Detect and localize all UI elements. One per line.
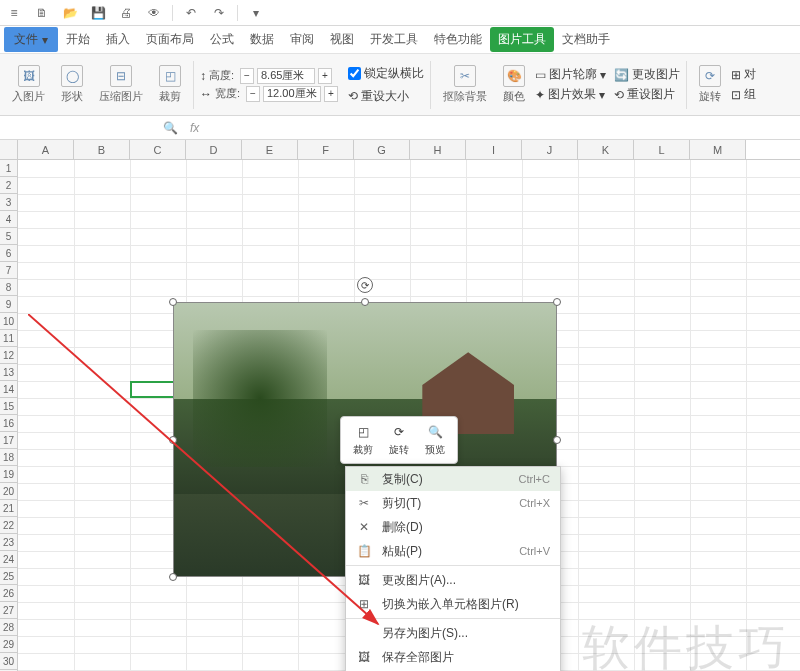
width-input[interactable]: 12.00厘米 [263, 86, 321, 102]
tab-formula[interactable]: 公式 [202, 27, 242, 52]
row-header-19[interactable]: 19 [0, 466, 18, 483]
col-header-K[interactable]: K [578, 140, 634, 159]
col-header-H[interactable]: H [410, 140, 466, 159]
row-header-8[interactable]: 8 [0, 279, 18, 296]
height-minus[interactable]: − [240, 68, 254, 84]
col-header-J[interactable]: J [522, 140, 578, 159]
dropdown-icon[interactable]: ▾ [246, 3, 266, 23]
col-header-C[interactable]: C [130, 140, 186, 159]
col-header-F[interactable]: F [298, 140, 354, 159]
ctx-item[interactable]: ⎘复制(C)Ctrl+C [346, 467, 560, 491]
insert-picture-group[interactable]: 🖼入图片 [6, 57, 51, 113]
resize-handle-n[interactable] [361, 298, 369, 306]
row-header-13[interactable]: 13 [0, 364, 18, 381]
open-icon[interactable]: 📂 [60, 3, 80, 23]
preview-icon[interactable]: 👁 [144, 3, 164, 23]
row-header-15[interactable]: 15 [0, 398, 18, 415]
tab-view[interactable]: 视图 [322, 27, 362, 52]
height-plus[interactable]: + [318, 68, 332, 84]
row-header-14[interactable]: 14 [0, 381, 18, 398]
row-header-28[interactable]: 28 [0, 619, 18, 636]
new-icon[interactable]: 🗎 [32, 3, 52, 23]
row-header-17[interactable]: 17 [0, 432, 18, 449]
reset-size-button[interactable]: ⟲重设大小 [348, 88, 424, 105]
tab-special[interactable]: 特色功能 [426, 27, 490, 52]
ctx-item[interactable]: 🖼更改图片(A)... [346, 568, 560, 592]
row-header-16[interactable]: 16 [0, 415, 18, 432]
row-header-27[interactable]: 27 [0, 602, 18, 619]
row-header-29[interactable]: 29 [0, 636, 18, 653]
float-crop-button[interactable]: ◰裁剪 [345, 421, 381, 459]
ctx-item[interactable]: ✕删除(D) [346, 515, 560, 539]
resize-handle-ne[interactable] [553, 298, 561, 306]
ctx-item[interactable]: ✂剪切(T)Ctrl+X [346, 491, 560, 515]
spreadsheet-grid[interactable]: ABCDEFGHIJKLM 12345678910111213141516171… [0, 140, 800, 671]
row-header-22[interactable]: 22 [0, 517, 18, 534]
effect-button[interactable]: ✦图片效果▾ [535, 86, 606, 103]
row-header-25[interactable]: 25 [0, 568, 18, 585]
tab-insert[interactable]: 插入 [98, 27, 138, 52]
resize-handle-nw[interactable] [169, 298, 177, 306]
col-header-L[interactable]: L [634, 140, 690, 159]
col-header-I[interactable]: I [466, 140, 522, 159]
resize-handle-sw[interactable] [169, 573, 177, 581]
tab-home[interactable]: 开始 [58, 27, 98, 52]
resize-handle-w[interactable] [169, 436, 177, 444]
tab-doc-helper[interactable]: 文档助手 [554, 27, 618, 52]
tab-dev[interactable]: 开发工具 [362, 27, 426, 52]
row-header-30[interactable]: 30 [0, 653, 18, 670]
tab-review[interactable]: 审阅 [282, 27, 322, 52]
lock-ratio-checkbox[interactable]: 锁定纵横比 [348, 65, 424, 82]
ctx-item[interactable]: 另存为图片(S)... [346, 621, 560, 645]
float-preview-button[interactable]: 🔍预览 [417, 421, 453, 459]
ctx-item[interactable]: 🖼保存全部图片 [346, 645, 560, 669]
app-menu-icon[interactable]: ≡ [4, 3, 24, 23]
fx-label[interactable]: fx [190, 121, 199, 135]
col-header-A[interactable]: A [18, 140, 74, 159]
save-icon[interactable]: 💾 [88, 3, 108, 23]
row-header-18[interactable]: 18 [0, 449, 18, 466]
crop-group[interactable]: ◰裁剪 [153, 57, 187, 113]
undo-icon[interactable]: ↶ [181, 3, 201, 23]
tab-data[interactable]: 数据 [242, 27, 282, 52]
shape-group[interactable]: ◯形状 [55, 57, 89, 113]
rotate-handle[interactable]: ⟳ [357, 277, 373, 293]
width-minus[interactable]: − [246, 86, 260, 102]
row-header-10[interactable]: 10 [0, 313, 18, 330]
row-header-6[interactable]: 6 [0, 245, 18, 262]
print-icon[interactable]: 🖨 [116, 3, 136, 23]
row-header-5[interactable]: 5 [0, 228, 18, 245]
row-header-7[interactable]: 7 [0, 262, 18, 279]
row-header-23[interactable]: 23 [0, 534, 18, 551]
file-menu[interactable]: 文件▾ [4, 27, 58, 52]
col-header-D[interactable]: D [186, 140, 242, 159]
col-header-G[interactable]: G [354, 140, 410, 159]
col-header-M[interactable]: M [690, 140, 746, 159]
row-header-21[interactable]: 21 [0, 500, 18, 517]
row-header-2[interactable]: 2 [0, 177, 18, 194]
ctx-item[interactable]: ⊞切换为嵌入单元格图片(R) [346, 592, 560, 616]
row-header-24[interactable]: 24 [0, 551, 18, 568]
align-button[interactable]: ⊞对 [731, 66, 756, 83]
row-header-1[interactable]: 1 [0, 160, 18, 177]
color-group[interactable]: 🎨颜色 [497, 57, 531, 113]
height-input[interactable]: 8.65厘米 [257, 68, 315, 84]
width-plus[interactable]: + [324, 86, 338, 102]
remove-bg-group[interactable]: ✂抠除背景 [437, 57, 493, 113]
outline-button[interactable]: ▭图片轮廓▾ [535, 66, 606, 83]
float-rotate-button[interactable]: ⟳旋转 [381, 421, 417, 459]
compress-group[interactable]: ⊟压缩图片 [93, 57, 149, 113]
redo-icon[interactable]: ↷ [209, 3, 229, 23]
ctx-item[interactable]: 📋粘贴(P)Ctrl+V [346, 539, 560, 563]
col-header-B[interactable]: B [74, 140, 130, 159]
group-button[interactable]: ⊡组 [731, 86, 756, 103]
change-pic-button[interactable]: 🔄更改图片 [614, 66, 680, 83]
row-header-9[interactable]: 9 [0, 296, 18, 313]
row-header-11[interactable]: 11 [0, 330, 18, 347]
rotate-group[interactable]: ⟳旋转 [693, 57, 727, 113]
select-all-corner[interactable] [0, 140, 18, 160]
row-header-26[interactable]: 26 [0, 585, 18, 602]
reset-pic-button[interactable]: ⟲重设图片 [614, 86, 680, 103]
row-header-4[interactable]: 4 [0, 211, 18, 228]
col-header-E[interactable]: E [242, 140, 298, 159]
